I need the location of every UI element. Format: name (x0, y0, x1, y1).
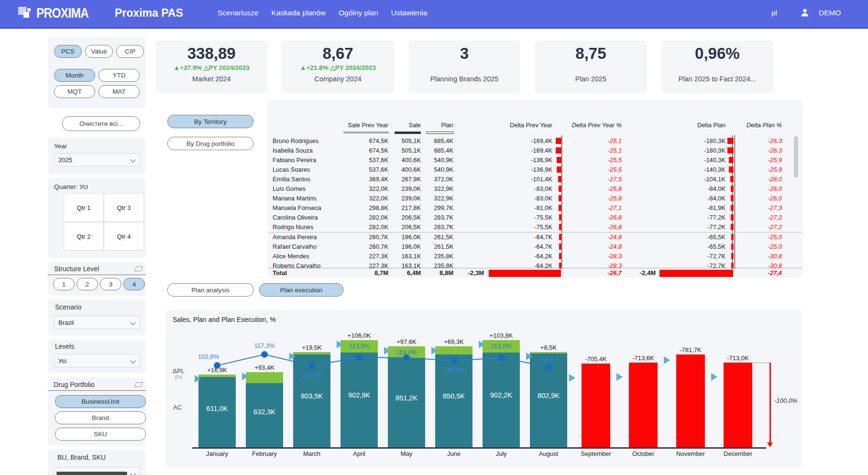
col-delta-prev-year-pct[interactable]: Delta Prev Year % (562, 121, 622, 130)
quarter-button-qtr3[interactable]: Qtr 3 (104, 193, 144, 222)
structure-level-1[interactable]: 1 (53, 278, 75, 290)
col-plan[interactable]: Plan (421, 121, 453, 130)
levels-panel: Levels Усі (48, 340, 146, 373)
missing-plan-bar (582, 364, 610, 447)
nav-item-kaskada-planow[interactable]: Kaskada planów (271, 9, 326, 17)
kpi-row: 338,89 ▲+37.9% △PY 2024/2023 Market 2024… (155, 41, 773, 93)
quarter-button-qtr1[interactable]: Qtr 1 (64, 193, 104, 222)
ac-legend-mark (395, 132, 421, 134)
scroll-indicator[interactable] (56, 472, 127, 475)
levels-label: Levels (55, 342, 74, 350)
nav-item-ustawienia[interactable]: Ustawienia (391, 9, 428, 17)
delta-prev-year-bar (556, 147, 561, 154)
missing-plan-bar (629, 363, 658, 447)
clear-all-button[interactable]: Очистити всі... (62, 116, 140, 131)
quarter-panel: Quarter: Усі Qtr 1 Qtr 3 Qtr 2 Qtr 4 (48, 178, 146, 258)
nav-item-scenariusze[interactable]: Scenariusze (218, 9, 258, 17)
col-delta-plan-pct[interactable]: Delta Plan % (734, 121, 782, 130)
arrow-down-icon (767, 442, 773, 447)
quarter-label: Quarter: Усі (54, 183, 88, 190)
quarter-button-qtr4[interactable]: Qtr 4 (104, 222, 144, 251)
structure-level-4[interactable]: 4 (123, 278, 145, 290)
page-title: Proxima PAS (115, 7, 183, 20)
execution-pct-label: 101,1% (538, 354, 559, 362)
drug-button-businessunit[interactable]: BusinessUnit (55, 395, 146, 408)
kpi-card-company: 8,67 ▲+21.8% △PY 2024/2023 Company 2024 (282, 41, 394, 93)
table-row[interactable]: Carolina Oliveira282,0K206,5K283,7K-75,5… (268, 213, 802, 222)
table-row[interactable]: Rodrigo Nunes282,0K206,5K283,7K-75,5K-26… (268, 222, 802, 232)
total-delta-plan-bar (659, 270, 733, 277)
month-axis-label: October (622, 450, 665, 457)
fact-bar (483, 353, 520, 447)
table-row[interactable]: Fabiano Pereira537,6K400,6K540,9K-136,9K… (268, 155, 802, 165)
period-button-mat[interactable]: MAT (99, 85, 140, 98)
structure-level-2[interactable]: 2 (77, 278, 98, 290)
user-icon[interactable] (800, 7, 810, 20)
delta-plan-segment (293, 352, 330, 354)
table-row[interactable]: Alice Mendes227,3K163,1K235,8K-64,2K-28,… (268, 252, 802, 261)
structure-level-3[interactable]: 3 (100, 278, 121, 290)
territory-table-panel: Sale Prev Year Sale Plan Delta Prev Year… (268, 99, 802, 277)
username-label[interactable]: DEMO (819, 9, 841, 17)
execution-pct-label: 108,9% (443, 366, 464, 374)
play-marker-icon (337, 341, 343, 348)
tab-plan-execution[interactable]: Plan execution (259, 283, 343, 297)
table-row[interactable]: Lucas Soares537,6K400,6K540,9K-136,9K-25… (268, 165, 802, 175)
execution-pct-label: 102,5% (301, 372, 322, 379)
eraser-icon[interactable] (134, 382, 143, 387)
unit-button-cip[interactable]: CIP (116, 45, 144, 58)
total-delta-prev-year-bar (489, 270, 561, 277)
sales-plan-chart-panel: Sales, Plan and Plan Execution, % ΔPL PY… (166, 310, 802, 468)
levels-dropdown[interactable]: Усі (54, 354, 140, 367)
play-marker-icon (479, 341, 485, 348)
table-row[interactable]: Isabella Souza674,5K505,1K685,4K-169,4K-… (268, 146, 802, 155)
col-delta-prev-year[interactable]: Delta Prev Year (453, 121, 552, 130)
col-sale[interactable]: Sale (388, 121, 421, 130)
language-selector[interactable]: pl (771, 9, 777, 17)
chevron-down-icon (130, 157, 135, 162)
scenario-dropdown[interactable]: Brazil (54, 316, 140, 329)
proxima-logo-icon (18, 5, 33, 21)
scenario-label: Scenario (55, 303, 81, 311)
plan-execution-annotation: -100,0% (774, 397, 797, 404)
table-row[interactable]: Amanda Pereira260,7K196,0K261,5K-64,7K-2… (268, 232, 802, 242)
table-row[interactable]: Rafael Carvalho260,7K196,0K261,5K-64,7K-… (268, 242, 802, 252)
eraser-icon[interactable] (134, 266, 143, 271)
table-row[interactable]: Luís Gomes322,0K239,0K322,9K-83,0K-25,8-… (268, 184, 802, 194)
period-button-mqt[interactable]: MQT (54, 85, 95, 98)
table-row[interactable]: Bruno Rodrigues674,5K505,1K685,4K-169,4K… (268, 136, 802, 146)
tab-plan-analysis[interactable]: Plan analysis (167, 283, 253, 297)
table-row[interactable]: Manuela Fonseca298,8K217,8K299,7K-81,0K-… (268, 203, 802, 213)
delta-value-label: +19,5K (302, 344, 322, 351)
tab-by-territory[interactable]: By Territory (167, 115, 253, 128)
drug-button-sku[interactable]: SKU (55, 428, 146, 441)
table-row[interactable]: Emília Santos369,4K267,9K372,0K-101,4K-2… (268, 175, 802, 184)
fact-bar (388, 358, 425, 447)
year-dropdown[interactable]: 2025 (54, 153, 140, 166)
nav-item-ogolny-plan[interactable]: Ogólny plan (339, 9, 378, 17)
table-row[interactable]: Mariana Martins322,0K239,0K322,9K-83,0K-… (268, 194, 802, 203)
drug-button-brand[interactable]: Brand (55, 411, 146, 424)
quarter-button-qtr2[interactable]: Qtr 2 (64, 222, 104, 251)
kpi-delta: ▲+37.9% △PY 2024/2023 (155, 64, 267, 74)
kpi-value: 3 (408, 43, 520, 64)
month-axis-label: July (480, 450, 523, 457)
fact-value-label: 902,2K (490, 391, 512, 399)
tab-by-drug-portfolio[interactable]: By Drug portfolio (167, 137, 253, 150)
execution-pct-label: 102,8% (198, 353, 219, 360)
fact-value-label: 850,5K (443, 392, 465, 400)
period-button-month[interactable]: Month (54, 69, 95, 82)
table-scrollbar[interactable] (794, 136, 798, 177)
execution-pct-label: 113,0% (491, 342, 511, 350)
play-marker-icon (431, 347, 438, 354)
play-marker-icon (195, 375, 201, 383)
col-delta-plan[interactable]: Delta Plan (622, 121, 725, 130)
month-axis-label: February (243, 450, 286, 457)
unit-button-value[interactable]: Value (85, 45, 113, 58)
period-button-ytd[interactable]: YTD (99, 69, 140, 82)
kpi-label: Company 2024 (282, 75, 394, 83)
table-header: Sale Prev Year Sale Plan Delta Prev Year… (268, 121, 807, 130)
col-sale-prev-year[interactable]: Sale Prev Year (344, 121, 388, 130)
unit-button-pcs[interactable]: PCS (54, 45, 82, 58)
chevron-down-icon (130, 471, 135, 475)
